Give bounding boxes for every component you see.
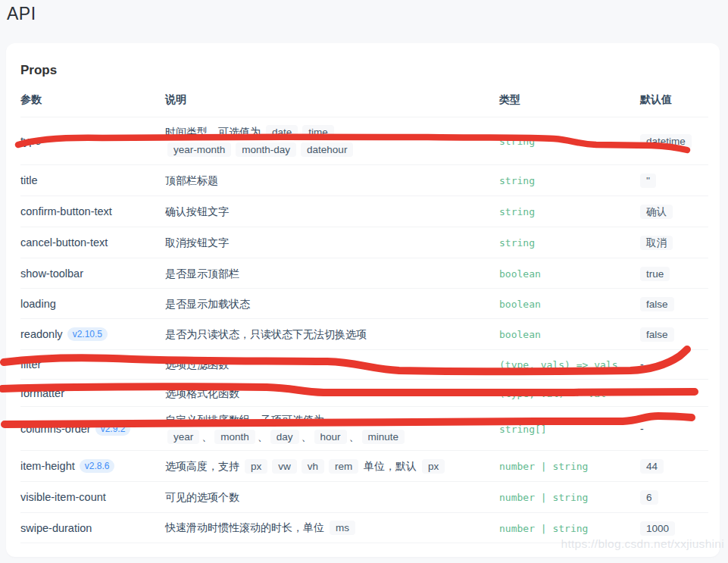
description-text: 是否显示加载状态	[165, 298, 250, 310]
type-value: (type, val) => val	[499, 388, 606, 399]
default-value: -	[640, 358, 644, 371]
description-text: 快速滑动时惯性滚动的时长，单位	[165, 521, 327, 533]
description-text: 、	[349, 430, 360, 443]
description-cell: 自定义列排序数组，子项可选值为year、month、day、hour、minut…	[165, 411, 499, 446]
param-name: loading	[20, 298, 56, 310]
param-name: cancel-button-text	[20, 236, 108, 249]
type-value: string	[499, 206, 535, 217]
description-line: 是否显示顶部栏	[165, 265, 492, 282]
default-value: true	[640, 267, 670, 281]
description-text: 顶部栏标题	[165, 174, 218, 186]
default-cell: 6	[640, 490, 708, 504]
param-name: confirm-button-text	[20, 205, 112, 217]
description-text: 自定义列排序数组，子项可选值为	[165, 414, 324, 426]
table-row: title顶部栏标题string''	[20, 165, 708, 196]
description-cell: 是否显示加载状态	[165, 296, 499, 312]
default-value: ''	[640, 174, 656, 188]
default-value: 1000	[640, 521, 675, 536]
type-value: boolean	[499, 329, 541, 340]
default-value: false	[640, 327, 674, 342]
type-value: (type, vals) => vals	[499, 359, 618, 371]
param-name: type	[20, 135, 41, 147]
column-header-param: 参数	[20, 92, 165, 106]
description-line: year-monthmonth-daydatehour	[165, 141, 492, 158]
type-cell: string	[499, 134, 640, 148]
param-cell: type	[20, 135, 165, 147]
props-card: Props 参数 说明 类型 默认值 type时间类型，可选值为 datetim…	[6, 43, 720, 557]
description-line: 是否显示加载状态	[165, 296, 492, 312]
description-line: 是否为只读状态，只读状态下无法切换选项	[165, 326, 492, 342]
param-cell: readonlyv2.10.5	[20, 327, 165, 341]
table-row: confirm-button-text确认按钮文字string确认	[20, 196, 708, 227]
description-line: 选项过滤函数	[165, 356, 492, 373]
param-cell: loading	[20, 298, 165, 310]
default-value: datetime	[640, 134, 692, 149]
description-line: 取消按钮文字	[165, 234, 492, 251]
table-row: filter选项过滤函数(type, vals) => vals-	[20, 350, 708, 380]
code-tag: month-day	[236, 142, 296, 157]
watermark: https://blog.csdn.net/xxjiushini	[561, 537, 724, 551]
default-value: -	[640, 387, 644, 399]
default-value: 6	[640, 490, 658, 505]
description-cell: 是否显示顶部栏	[165, 265, 499, 282]
default-cell: false	[640, 297, 708, 311]
type-value: string[]	[499, 424, 547, 435]
description-cell: 选项过滤函数	[165, 356, 499, 373]
param-name: formatter	[20, 387, 64, 399]
version-badge: v2.8.6	[80, 459, 115, 473]
description-line: 确认按钮文字	[165, 203, 492, 220]
default-cell: 1000	[640, 521, 708, 535]
code-tag: year-month	[167, 142, 231, 157]
description-text: 单位，默认	[361, 460, 420, 472]
description-text: 选项高度，支持	[165, 460, 242, 472]
description-cell: 顶部栏标题	[165, 172, 499, 189]
description-cell: 取消按钮文字	[165, 234, 499, 251]
type-cell: string	[499, 236, 640, 249]
description-line: 可见的选项个数	[165, 489, 492, 505]
code-tag: minute	[362, 430, 405, 444]
param-name: filter	[20, 358, 41, 371]
table-header-row: 参数 说明 类型 默认值	[20, 92, 708, 117]
type-value: number | string	[499, 492, 588, 503]
description-line: 快速滑动时惯性滚动的时长，单位 ms	[165, 519, 492, 536]
param-name: visible-item-count	[20, 491, 106, 503]
type-value: string	[499, 237, 535, 249]
type-value: number | string	[499, 461, 588, 472]
description-cell: 确认按钮文字	[165, 203, 499, 220]
column-header-default: 默认值	[640, 92, 708, 106]
description-text: 确认按钮文字	[165, 205, 229, 217]
code-tag: ms	[330, 521, 355, 535]
table-row: readonlyv2.10.5是否为只读状态，只读状态下无法切换选项boolea…	[20, 319, 708, 350]
type-cell: boolean	[499, 297, 640, 311]
version-badge: v2.10.5	[67, 327, 108, 341]
description-text: 可见的选项个数	[165, 491, 239, 503]
code-tag: date	[266, 125, 298, 139]
default-value: 确认	[640, 205, 673, 219]
table-row: type时间类型，可选值为 datetimeyear-monthmonth-da…	[20, 117, 708, 165]
code-tag: px	[422, 459, 445, 474]
description-cell: 选项格式化函数	[165, 385, 499, 402]
param-cell: columns-orderv2.9.2	[20, 422, 165, 436]
description-text: 、	[202, 430, 212, 443]
default-cell: 取消	[640, 236, 708, 250]
param-name: swipe-duration	[20, 522, 92, 534]
default-cell: -	[640, 358, 708, 371]
param-name: item-height	[20, 460, 75, 472]
table-row: item-heightv2.8.6选项高度，支持 pxvwvhrem 单位，默认…	[20, 451, 708, 482]
type-cell: (type, vals) => vals	[499, 358, 640, 371]
description-line: 选项格式化函数	[165, 385, 492, 402]
code-tag: year	[167, 430, 199, 444]
description-text: 选项过滤函数	[165, 358, 229, 371]
table-row: cancel-button-text取消按钮文字string取消	[20, 227, 708, 258]
code-tag: px	[245, 459, 267, 474]
section-title: Props	[20, 62, 708, 79]
param-name: columns-order	[20, 423, 91, 435]
default-cell: 确认	[640, 205, 708, 219]
description-cell: 快速滑动时惯性滚动的时长，单位 ms	[165, 519, 499, 536]
table-row: columns-orderv2.9.2自定义列排序数组，子项可选值为year、m…	[20, 407, 708, 451]
code-tag: datehour	[301, 142, 353, 157]
type-cell: (type, val) => val	[499, 386, 640, 400]
description-cell: 可见的选项个数	[165, 489, 499, 505]
description-text: 是否为只读状态，只读状态下无法切换选项	[165, 328, 367, 340]
description-line: 自定义列排序数组，子项可选值为	[165, 411, 492, 428]
